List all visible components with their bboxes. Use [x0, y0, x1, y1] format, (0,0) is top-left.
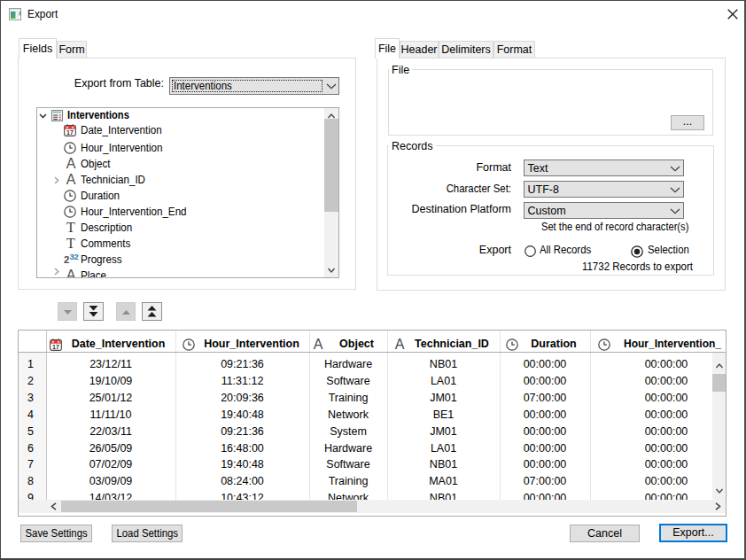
svg-text:17: 17 [66, 129, 74, 136]
svg-text:17: 17 [52, 344, 59, 350]
